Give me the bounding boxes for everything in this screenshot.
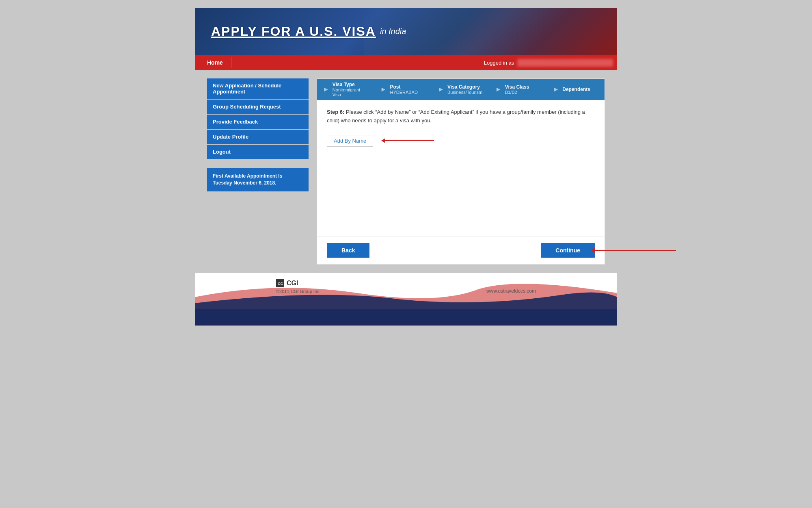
add-by-name-button[interactable]: Add By Name: [327, 135, 373, 147]
progress-arrow-5: ►: [553, 86, 559, 93]
continue-arrow-annotation: [591, 248, 676, 253]
progress-bar: ► Visa Type Nonimmigrant Visa ► Post HYD…: [317, 79, 605, 100]
main-content: New Application / Schedule Appointment G…: [195, 70, 617, 273]
step-instruction: Please click “Add by Name” or “Add Exist…: [327, 109, 585, 124]
step-post-inner: Post HYDERABAD: [390, 84, 417, 95]
progress-step-visa-category: ► Visa Category Business/Tourism: [432, 79, 490, 100]
logged-in-user: user@example.com: [517, 59, 613, 67]
svg-text:CGI: CGI: [278, 282, 283, 286]
step-number: Step 6:: [327, 109, 344, 115]
cgi-icon: CGI: [276, 279, 284, 287]
continue-arrow-line: [595, 250, 676, 251]
sidebar-item-logout[interactable]: Logout: [207, 145, 309, 159]
cgi-logo-icon: CGI: [277, 280, 283, 287]
visa-category-label: Visa Category: [447, 84, 482, 90]
progress-step-visa-type: ► Visa Type Nonimmigrant Visa: [317, 79, 375, 100]
footer: CGI CGI ©2011 CGI Group Inc. www.ustrave…: [195, 273, 617, 309]
header-banner: APPLY FOR A U.S. VISA in India: [195, 8, 617, 55]
footer-wave-svg: [195, 281, 617, 309]
progress-step-dependents: ► Dependents: [547, 79, 605, 100]
progress-arrow-1: ►: [323, 86, 329, 93]
sidebar-item-update-profile[interactable]: Update Profile: [207, 130, 309, 144]
site-subtitle: in India: [380, 27, 406, 36]
post-label: Post: [390, 84, 417, 90]
visa-class-value: B1/B2: [505, 90, 529, 95]
footer-copyright: ©2011 CGI Group Inc.: [276, 289, 321, 294]
footer-left: CGI CGI ©2011 CGI Group Inc.: [276, 279, 321, 294]
progress-step-visa-class: ► Visa Class B1/B2: [490, 79, 547, 100]
footer-logo: CGI CGI: [276, 279, 321, 287]
continue-arrow-head: [591, 248, 595, 253]
appointment-box: First Available Appointment Is Tuesday N…: [207, 168, 309, 191]
footer-website: www.ustraveldocs.com: [486, 288, 536, 294]
visa-category-value: Business/Tourism: [447, 90, 482, 95]
continue-section: Continue: [541, 243, 595, 258]
sidebar-item-provide-feedback[interactable]: Provide Feedback: [207, 115, 309, 129]
step-visa-category-inner: Visa Category Business/Tourism: [447, 84, 482, 95]
add-by-name-arrow-annotation: [381, 138, 434, 143]
post-value: HYDERABAD: [390, 90, 417, 95]
dependents-label: Dependents: [562, 87, 590, 92]
home-button[interactable]: Home: [199, 57, 231, 68]
left-spacer: [195, 78, 207, 265]
content-body: Step 6: Please click “Add by Name” or “A…: [317, 100, 605, 236]
visa-type-label: Visa Type: [333, 82, 369, 87]
visa-type-value: Nonimmigrant Visa: [333, 87, 369, 97]
content-panel: ► Visa Type Nonimmigrant Visa ► Post HYD…: [317, 78, 605, 265]
bottom-buttons: Back Continue: [317, 236, 605, 264]
step-visa-class-inner: Visa Class B1/B2: [505, 84, 529, 95]
navbar: Home Logged in as user@example.com: [195, 55, 617, 70]
add-by-name-row: Add By Name: [327, 135, 595, 147]
logged-in-section: Logged in as user@example.com: [484, 59, 613, 67]
arrow-line-left: [385, 140, 434, 141]
logged-in-label: Logged in as: [484, 60, 514, 66]
progress-arrow-3: ►: [438, 86, 444, 93]
sidebar-item-new-application[interactable]: New Application / Schedule Appointment: [207, 78, 309, 99]
sidebar: New Application / Schedule Appointment G…: [207, 78, 309, 265]
sidebar-item-group-scheduling[interactable]: Group Scheduling Request: [207, 100, 309, 114]
step-description: Step 6: Please click “Add by Name” or “A…: [327, 108, 595, 125]
footer-bottom-bar: [195, 309, 617, 326]
footer-cgi-label: CGI: [287, 280, 298, 287]
progress-arrow-2: ►: [380, 86, 387, 93]
progress-arrow-4: ►: [495, 86, 502, 93]
page-wrapper: APPLY FOR A U.S. VISA in India Home Logg…: [195, 8, 617, 326]
back-button[interactable]: Back: [327, 243, 369, 258]
visa-class-label: Visa Class: [505, 84, 529, 90]
arrow-head-left: [381, 138, 385, 143]
step-visa-type-inner: Visa Type Nonimmigrant Visa: [333, 82, 369, 97]
site-title: APPLY FOR A U.S. VISA: [211, 24, 376, 39]
continue-button[interactable]: Continue: [541, 243, 595, 258]
right-spacer: [605, 78, 617, 265]
progress-step-post: ► Post HYDERABAD: [375, 79, 432, 100]
